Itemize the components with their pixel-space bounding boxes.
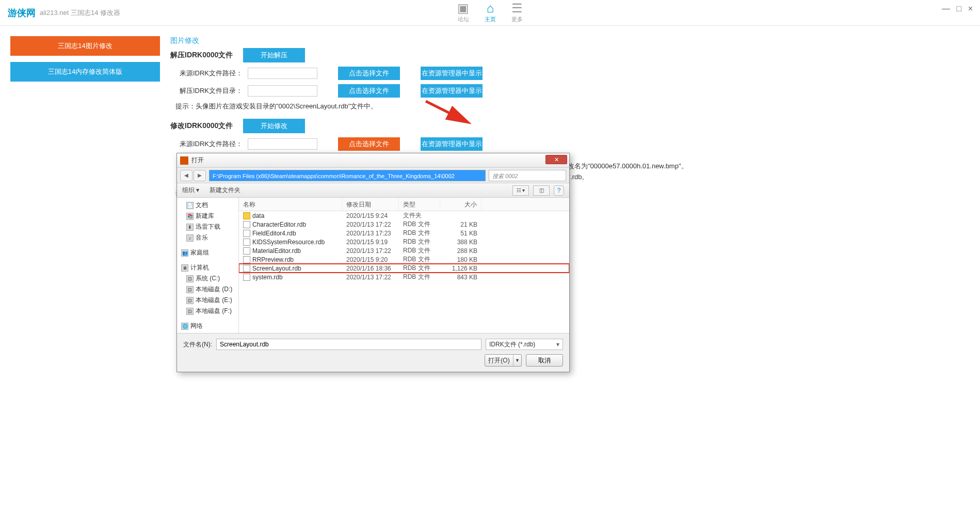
- folder-icon: [243, 212, 250, 216]
- column-date[interactable]: 修改日期: [342, 198, 399, 211]
- file-type: 文件夹: [399, 211, 440, 215]
- forum-icon: ▣: [457, 2, 469, 14]
- section2-header-text: 修改IDRK0000文件: [170, 121, 233, 131]
- extract-dest-label: 解压IDRK文件目录：: [170, 86, 243, 96]
- dialog-addressbar: ◄ ► F:\Program Files (x86)\Steam\steamap…: [177, 168, 569, 183]
- column-type[interactable]: 类型: [399, 198, 440, 211]
- modify-source-input[interactable]: [248, 138, 317, 150]
- nav-more-label: 更多: [511, 15, 523, 23]
- help-button[interactable]: ?: [554, 185, 564, 196]
- file-open-dialog: 打开 ✕ ◄ ► F:\Program Files (x86)\Steam\st…: [176, 153, 570, 215]
- search-input[interactable]: 搜索 0002: [489, 170, 566, 181]
- extract-row1: 来源IDRK文件路径： 点击选择文件 在资源管理器中显示: [170, 67, 970, 80]
- dialog-titlebar[interactable]: 打开 ✕: [177, 153, 569, 168]
- nav-home-label: 主页: [485, 15, 496, 23]
- file-list: 名称 修改日期 类型 大小 data2020/1/15 9:24文件夹Chara…: [239, 198, 569, 215]
- extract-select-file-button[interactable]: 点击选择文件: [338, 67, 400, 80]
- nav-forum-label: 论坛: [458, 15, 469, 23]
- more-icon: ☰: [511, 2, 523, 14]
- preview-pane-button[interactable]: ◫: [533, 185, 550, 196]
- file-list-body: data2020/1/15 9:24文件夹CharacterEditor.rdb…: [239, 211, 569, 215]
- nav-forward-button[interactable]: ►: [194, 170, 206, 181]
- window-controls[interactable]: — □ ×: [942, 4, 975, 13]
- modify-source-label: 来源IDRK文件路径：: [170, 139, 243, 149]
- dialog-title: 打开: [191, 156, 204, 165]
- extract-source-input[interactable]: [248, 68, 317, 79]
- home-icon: ⌂: [487, 2, 494, 14]
- section1-header-text: 解压IDRK0000文件: [170, 51, 233, 60]
- dialog-close-button[interactable]: ✕: [545, 155, 567, 164]
- extract-explorer-button-2[interactable]: 在资源管理器中显示: [421, 84, 483, 98]
- tree-newlib[interactable]: 📚新建库: [177, 211, 238, 215]
- app-title: ali213.net 三国志14 修改器: [40, 8, 120, 18]
- start-modify-button[interactable]: 开始修改: [243, 119, 305, 133]
- dialog-toolbar: 组织 ▾ 新建文件夹 ☷ ▾ ◫ ?: [177, 183, 569, 198]
- column-name[interactable]: 名称: [239, 198, 342, 211]
- modify-row1: 来源IDRK文件路径： 点击选择文件 在资源管理器中显示: [170, 137, 970, 151]
- section2-header: 修改IDRK0000文件 开始修改: [170, 119, 970, 133]
- dialog-body: 📄文档 📚新建库 ⬇迅雷下载 ♪音乐 👥家庭组 🖥计算机 ⊡系统 (C:) ⊡本…: [177, 198, 569, 215]
- toolbar-new-folder[interactable]: 新建文件夹: [210, 186, 240, 195]
- column-size[interactable]: 大小: [440, 198, 481, 211]
- nav-arrows: ◄ ►: [180, 170, 206, 181]
- help-line-2: *.rdb。: [568, 172, 688, 183]
- nav-more[interactable]: ☰ 更多: [511, 2, 523, 23]
- view-mode-button[interactable]: ☷ ▾: [512, 185, 529, 196]
- file-date: 2020/1/15 9:24: [342, 212, 399, 216]
- nav-tabs: ▣ 论坛 ⌂ 主页 ☰ 更多: [457, 2, 523, 23]
- section1-title: 图片修改: [170, 36, 970, 45]
- extract-source-label: 来源IDRK文件路径：: [170, 69, 243, 78]
- section1-header: 解压IDRK0000文件 开始解压: [170, 48, 970, 62]
- library-icon: 📚: [186, 213, 194, 216]
- tree-documents[interactable]: 📄文档: [177, 200, 238, 211]
- nav-back-button[interactable]: ◄: [180, 170, 192, 181]
- extract-dest-input[interactable]: [248, 85, 317, 97]
- documents-icon: 📄: [186, 202, 194, 209]
- start-extract-button[interactable]: 开始解压: [243, 48, 305, 62]
- file-row[interactable]: data2020/1/15 9:24文件夹: [239, 211, 569, 215]
- modify-explorer-button-1[interactable]: 在资源管理器中显示: [421, 137, 483, 151]
- help-line-1: 改名为"00000e57.0000h.01.new.bmp"。: [568, 161, 688, 172]
- address-path[interactable]: F:\Program Files (x86)\Steam\steamapps\c…: [209, 170, 486, 181]
- sidebar: 三国志14图片修改 三国志14内存修改简体版: [10, 36, 160, 205]
- help-text-fragment: 改名为"00000e57.0000h.01.new.bmp"。 *.rdb。: [568, 161, 688, 183]
- extract-explorer-button-1[interactable]: 在资源管理器中显示: [421, 67, 483, 80]
- extract-select-file-button-2[interactable]: 点击选择文件: [338, 84, 400, 98]
- nav-forum[interactable]: ▣ 论坛: [457, 2, 469, 23]
- file-list-header: 名称 修改日期 类型 大小: [239, 198, 569, 211]
- sidebar-btn-image-mod[interactable]: 三国志14图片修改: [10, 36, 160, 56]
- app-logo: 游侠网: [8, 7, 36, 19]
- folder-tree: 📄文档 📚新建库 ⬇迅雷下载 ♪音乐 👥家庭组 🖥计算机 ⊡系统 (C:) ⊡本…: [177, 198, 239, 215]
- modify-select-file-button[interactable]: 点击选择文件: [338, 137, 400, 151]
- extract-row2: 解压IDRK文件目录： 点击选择文件 在资源管理器中显示: [170, 84, 970, 98]
- nav-home[interactable]: ⌂ 主页: [485, 2, 496, 23]
- sidebar-btn-memory-mod[interactable]: 三国志14内存修改简体版: [10, 62, 160, 82]
- section1-tip: 提示：头像图片在游戏安装目录的"0002\ScreenLayout.rdb"文件…: [170, 102, 970, 111]
- file-name: data: [252, 212, 264, 216]
- title-bar: 游侠网 ali213.net 三国志14 修改器 ▣ 论坛 ⌂ 主页 ☰ 更多 …: [0, 0, 980, 26]
- toolbar-organize[interactable]: 组织 ▾: [182, 186, 199, 195]
- dialog-app-icon: [180, 156, 188, 165]
